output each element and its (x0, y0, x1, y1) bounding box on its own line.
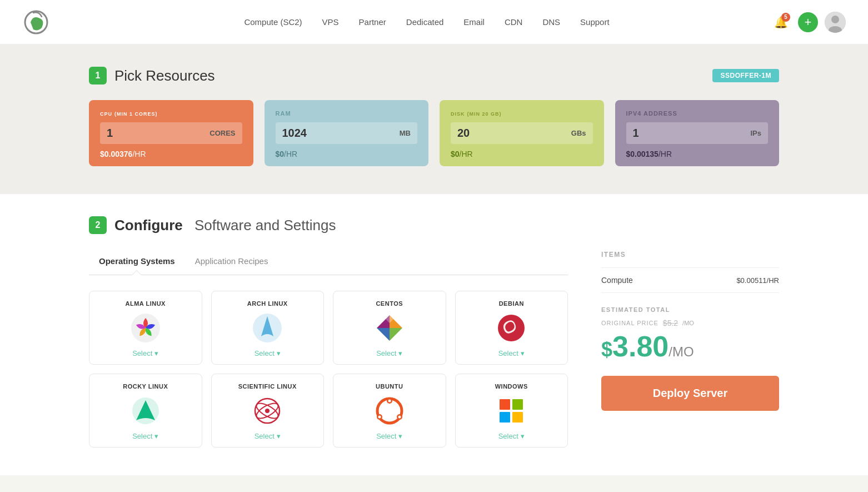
original-price-value: $5.2 (663, 319, 678, 327)
compute-label: Compute (601, 276, 633, 285)
ipv4-input-row: IPs (626, 122, 769, 144)
debian-icon (496, 312, 527, 344)
svg-rect-20 (512, 399, 523, 410)
arch-icon (252, 312, 283, 344)
section2-inner: Operating Systems Application Recipes AL… (89, 251, 779, 448)
section1-title-group: 1 Pick Resources (89, 67, 215, 85)
os-name-ubuntu: UBUNTU (376, 383, 403, 390)
os-card-windows[interactable]: WINDOWS Select ▾ (455, 374, 568, 448)
cpu-price: $0.00376/HR (100, 150, 242, 158)
add-button[interactable]: + (798, 12, 818, 32)
notifications-button[interactable]: 🔔 5 (770, 12, 791, 33)
os-card-alma[interactable]: ALMA LINUX (89, 291, 202, 365)
os-name-rocky: ROCKY LINUX (123, 383, 168, 390)
ipv4-card: IPV4 ADDRESS IPs $0.00135/HR (615, 100, 780, 166)
disk-unit: GBs (571, 129, 586, 137)
windows-icon (496, 395, 527, 426)
os-select-debian[interactable]: Select ▾ (498, 349, 525, 357)
big-price-dollar: $ (601, 338, 612, 361)
original-price-label: ORIGINAL PRICE (601, 320, 659, 326)
nav-support[interactable]: Support (580, 17, 610, 27)
tab-application-recipes[interactable]: Application Recipes (185, 251, 278, 275)
step1-badge: 1 (89, 67, 107, 85)
cpu-input[interactable] (107, 127, 209, 140)
nav-partner[interactable]: Partner (359, 17, 386, 27)
section1-title: Pick Resources (114, 67, 215, 85)
os-select-rocky[interactable]: Select ▾ (132, 432, 158, 440)
ipv4-input[interactable] (633, 127, 751, 140)
cpu-unit: CORES (209, 129, 235, 137)
header-actions: 🔔 5 + (770, 12, 846, 33)
pick-resources-section: 1 Pick Resources SSDOFFER-1M CPU (MIN 1 … (0, 44, 868, 194)
svg-point-17 (378, 416, 381, 419)
disk-input-row: GBs (451, 122, 593, 144)
price-original-row: ORIGINAL PRICE $5.2 /MO (601, 319, 779, 327)
cpu-card: CPU (MIN 1 CORES) CORES $0.00376/HR (89, 100, 253, 166)
configure-left: Operating Systems Application Recipes AL… (89, 251, 568, 448)
os-select-scientific[interactable]: Select ▾ (255, 432, 281, 440)
svg-rect-19 (500, 399, 510, 410)
os-select-centos[interactable]: Select ▾ (376, 349, 402, 357)
deploy-server-button[interactable]: Deploy Server (601, 376, 779, 411)
os-select-arch[interactable]: Select ▾ (255, 349, 281, 357)
ipv4-price: $0.00135/HR (626, 150, 769, 158)
ubuntu-icon (374, 395, 405, 426)
os-card-arch[interactable]: ARCH LINUX Select ▾ (211, 291, 325, 365)
os-select-alma[interactable]: Select ▾ (132, 349, 158, 357)
header: Compute (SC2) VPS Partner Dedicated Emai… (0, 0, 868, 44)
os-card-scientific[interactable]: SCIENTIFIC LINUX Select ▾ (211, 374, 325, 448)
svg-point-11 (265, 409, 270, 413)
cpu-input-row: CORES (100, 122, 242, 144)
nav-email[interactable]: Email (463, 17, 485, 27)
os-grid: ALMA LINUX (89, 291, 568, 448)
disk-price: $0/HR (451, 150, 593, 158)
svg-point-18 (398, 416, 401, 419)
rocky-icon (130, 395, 161, 426)
nav-vps[interactable]: VPS (322, 17, 339, 27)
os-card-ubuntu[interactable]: UBUNTU Select ▾ (333, 374, 446, 448)
big-price-value: 3.80 (612, 330, 669, 362)
ram-input[interactable] (282, 127, 400, 140)
compute-price: $0.00511/HR (736, 276, 779, 285)
section2-header: 2 Configure Software and Settings (89, 216, 779, 234)
ipv4-unit: IPs (750, 129, 761, 137)
notification-badge: 5 (781, 13, 790, 22)
tab-operating-systems[interactable]: Operating Systems (89, 251, 185, 275)
svg-point-2 (831, 16, 839, 23)
os-name-debian: DEBIAN (499, 300, 524, 307)
ram-card: RAM MB $0/HR (265, 100, 429, 166)
section1-header: 1 Pick Resources SSDOFFER-1M (89, 67, 779, 85)
os-select-ubuntu[interactable]: Select ▾ (376, 432, 402, 440)
section2-subtitle: Software and Settings (191, 217, 336, 234)
tabs-row: Operating Systems Application Recipes (89, 251, 568, 275)
os-card-rocky[interactable]: ROCKY LINUX Select ▾ (89, 374, 202, 448)
configure-right: ITEMS Compute $0.00511/HR ESTIMATED TOTA… (601, 251, 779, 448)
nav-dns[interactable]: DNS (542, 17, 560, 27)
items-label: ITEMS (601, 251, 779, 259)
scientific-icon (252, 395, 283, 426)
os-name-alma: ALMA LINUX (126, 300, 166, 307)
logo[interactable] (22, 8, 50, 36)
section2-title: Configure (114, 217, 183, 234)
alma-icon (130, 312, 161, 344)
centos-icon (374, 312, 405, 344)
cpu-label: CPU (MIN 1 CORES) (100, 110, 242, 117)
items-row: Compute $0.00511/HR (601, 267, 779, 293)
big-price-mo: /MO (669, 344, 694, 359)
nav-compute[interactable]: Compute (SC2) (244, 17, 302, 27)
nav-cdn[interactable]: CDN (505, 17, 523, 27)
os-card-debian[interactable]: DEBIAN Select ▾ (455, 291, 568, 365)
nav-dedicated[interactable]: Dedicated (406, 17, 444, 27)
svg-point-16 (388, 400, 391, 402)
os-card-centos[interactable]: CENTOS Select ▾ (333, 291, 446, 365)
step2-badge: 2 (89, 216, 107, 234)
os-name-arch: ARCH LINUX (247, 300, 288, 307)
ram-label: RAM (276, 110, 418, 117)
os-select-windows[interactable]: Select ▾ (498, 432, 525, 440)
main-nav: Compute (SC2) VPS Partner Dedicated Emai… (83, 17, 770, 27)
disk-input[interactable] (457, 127, 571, 140)
resources-grid: CPU (MIN 1 CORES) CORES $0.00376/HR RAM … (89, 100, 779, 166)
estimated-label: ESTIMATED TOTAL (601, 306, 779, 313)
svg-rect-22 (512, 412, 523, 423)
avatar[interactable] (825, 12, 846, 33)
